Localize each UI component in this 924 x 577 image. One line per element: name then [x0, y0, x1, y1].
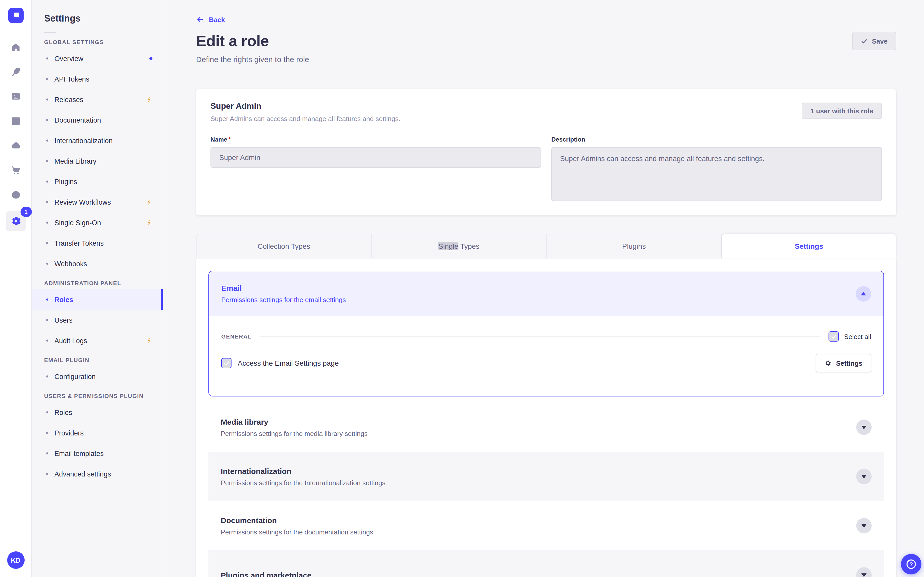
- strapi-admin-app: 1 KD Settings GLOBAL SETTINGSOverviewAPI…: [0, 0, 924, 577]
- name-input[interactable]: [210, 147, 541, 168]
- back-link[interactable]: Back: [196, 15, 225, 24]
- accordion-plugins-and-marketplace[interactable]: Plugins and marketplace: [208, 550, 884, 577]
- sidebar-item-users[interactable]: Users: [32, 310, 163, 330]
- accordion-media-library[interactable]: Media libraryPermissions settings for th…: [208, 403, 884, 452]
- sidebar-section: ADMINISTRATION PANELRolesUsersAudit Logs: [32, 280, 163, 351]
- chevron-down-icon[interactable]: [856, 567, 872, 577]
- sidebar-item-audit-logs[interactable]: Audit Logs: [32, 330, 163, 351]
- email-settings-access-checkbox[interactable]: [221, 358, 231, 368]
- accordion-title: Internationalization: [221, 466, 386, 475]
- settings-tab-panel: Email Permissions settings for the email…: [196, 258, 896, 577]
- chevron-down-icon[interactable]: [856, 419, 872, 435]
- general-section-label: GENERAL: [221, 334, 252, 340]
- section-divider: [260, 336, 821, 337]
- accordion-internationalization[interactable]: InternationalizationPermissions settings…: [208, 452, 884, 501]
- role-name-heading: Super Admin: [210, 102, 401, 111]
- tab-bar: Collection TypesSingle TypesPluginsSetti…: [196, 234, 896, 258]
- role-card: Super Admin Super Admins can access and …: [196, 89, 896, 215]
- email-accordion-subtitle: Permissions settings for the email setti…: [221, 296, 346, 304]
- sidebar-item-transfer-tokens[interactable]: Transfer Tokens: [32, 233, 163, 253]
- marketplace-cart-icon[interactable]: [7, 161, 24, 179]
- accordion-title: Documentation: [221, 516, 373, 524]
- home-icon[interactable]: [7, 39, 24, 56]
- bullet-icon: [46, 473, 48, 475]
- bullet-icon: [46, 411, 48, 413]
- question-mark-icon: ?: [905, 558, 918, 571]
- sidebar-divider: [44, 32, 57, 33]
- users-with-role-button[interactable]: 1 user with this role: [802, 103, 882, 119]
- gear-icon: [824, 359, 831, 367]
- rail-icon-list: 1: [5, 39, 26, 231]
- page-subtitle: Define the rights given to the role: [196, 55, 896, 64]
- avatar[interactable]: KD: [7, 551, 24, 569]
- tab-single-types[interactable]: Single Types: [372, 234, 547, 258]
- bullet-icon: [46, 242, 48, 244]
- content-manager-feather-icon[interactable]: [7, 63, 24, 81]
- sidebar-item-internationalization[interactable]: Internationalization: [32, 130, 163, 151]
- content-type-builder-layout-icon[interactable]: [7, 112, 24, 130]
- notification-dot: [149, 57, 152, 60]
- strapi-logo[interactable]: [8, 8, 23, 23]
- select-all-checkbox[interactable]: [829, 331, 839, 342]
- select-all-label: Select all: [844, 333, 871, 340]
- email-permission-panel: Email Permissions settings for the email…: [208, 271, 884, 396]
- name-label: Name*: [210, 136, 541, 143]
- accordion-title: Plugins and marketplace: [221, 571, 311, 577]
- settings-sidebar: Settings GLOBAL SETTINGSOverviewAPI Toke…: [32, 0, 163, 577]
- info-icon[interactable]: [7, 186, 24, 204]
- bullet-icon: [46, 432, 48, 434]
- sidebar-section-header: USERS & PERMISSIONS PLUGIN: [44, 393, 150, 399]
- bullet-icon: [46, 58, 48, 60]
- sidebar-item-overview[interactable]: Overview: [32, 48, 163, 69]
- sidebar-item-api-tokens[interactable]: API Tokens: [32, 69, 163, 89]
- required-asterisk: *: [228, 136, 231, 143]
- sidebar-section-header: ADMINISTRATION PANEL: [44, 280, 150, 286]
- chevron-down-icon[interactable]: [856, 469, 872, 484]
- sidebar-item-single-sign-on[interactable]: Single Sign-On: [32, 212, 163, 233]
- sidebar-item-roles[interactable]: Roles: [32, 402, 163, 422]
- sidebar-item-email-templates[interactable]: Email templates: [32, 443, 163, 464]
- sidebar-item-media-library[interactable]: Media Library: [32, 151, 163, 171]
- help-button[interactable]: ?: [901, 554, 921, 574]
- bullet-icon: [46, 140, 48, 142]
- email-accordion-header[interactable]: Email Permissions settings for the email…: [209, 271, 884, 316]
- email-settings-button[interactable]: Settings: [816, 354, 871, 372]
- tab-plugins[interactable]: Plugins: [547, 234, 722, 258]
- media-library-pictures-icon[interactable]: [7, 88, 24, 105]
- permission-accordion-list: Media libraryPermissions settings for th…: [208, 403, 884, 577]
- chevron-down-icon[interactable]: [856, 518, 872, 533]
- tab-settings[interactable]: Settings: [722, 234, 896, 258]
- sidebar-section: USERS & PERMISSIONS PLUGINRolesProviders…: [32, 393, 163, 484]
- main-content: Back Edit a role Define the rights given…: [163, 0, 924, 577]
- sidebar-section: GLOBAL SETTINGSOverviewAPI TokensRelease…: [32, 39, 163, 274]
- sidebar-item-advanced-settings[interactable]: Advanced settings: [32, 464, 163, 484]
- chevron-up-icon[interactable]: [856, 286, 871, 301]
- accordion-documentation[interactable]: DocumentationPermissions settings for th…: [208, 501, 884, 550]
- check-icon: [861, 38, 867, 44]
- bullet-icon: [46, 376, 48, 377]
- sidebar-item-review-workflows[interactable]: Review Workflows: [32, 192, 163, 212]
- bullet-icon: [46, 263, 48, 265]
- description-input[interactable]: Super Admins can access and manage all f…: [551, 147, 882, 201]
- lightning-bolt-icon: [146, 337, 152, 343]
- sidebar-item-providers[interactable]: Providers: [32, 422, 163, 443]
- sidebar-item-documentation[interactable]: Documentation: [32, 110, 163, 130]
- sidebar-section-header: GLOBAL SETTINGS: [44, 39, 150, 45]
- cloud-icon[interactable]: [7, 137, 24, 155]
- sidebar-title: Settings: [44, 13, 163, 24]
- sidebar-item-roles[interactable]: Roles: [32, 289, 163, 310]
- svg-text:?: ?: [909, 561, 913, 567]
- arrow-left-icon: [196, 15, 204, 24]
- sidebar-item-releases[interactable]: Releases: [32, 89, 163, 110]
- page-title: Edit a role: [196, 32, 896, 50]
- save-button[interactable]: Save: [852, 32, 896, 50]
- main-nav-rail: 1 KD: [0, 0, 32, 577]
- tab-collection-types[interactable]: Collection Types: [196, 234, 372, 258]
- settings-gear-icon[interactable]: 1: [5, 211, 26, 231]
- sidebar-section: EMAIL PLUGINConfiguration: [32, 357, 163, 387]
- sidebar-item-plugins[interactable]: Plugins: [32, 171, 163, 192]
- sidebar-item-webhooks[interactable]: Webhooks: [32, 253, 163, 274]
- accordion-subtitle: Permissions settings for the documentati…: [221, 528, 373, 536]
- sidebar-item-configuration[interactable]: Configuration: [32, 366, 163, 387]
- bullet-icon: [46, 201, 48, 203]
